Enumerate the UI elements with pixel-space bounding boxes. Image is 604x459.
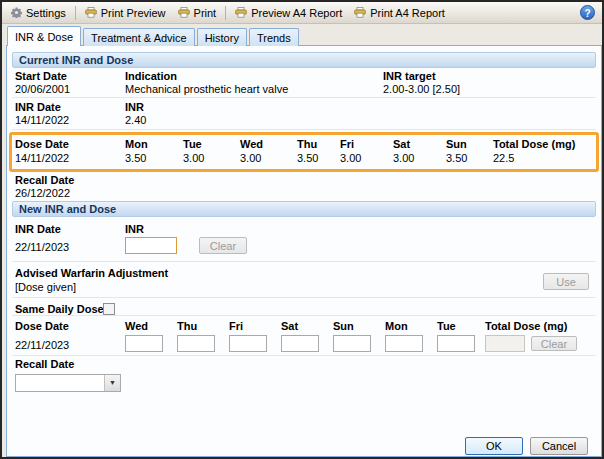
toolbar-separator: [225, 6, 226, 20]
new-dose-date-value: 22/11/2023: [15, 339, 69, 351]
new-section-header: New INR and Dose: [12, 201, 596, 217]
current-total-dose-value: 22.5: [493, 152, 514, 164]
new-day-label: Wed: [125, 320, 148, 332]
dose-given-value: [Dose given]: [15, 281, 76, 293]
current-day-label: Sat: [393, 138, 410, 150]
indication-value: Mechanical prosthetic heart valve: [125, 83, 288, 95]
new-inr-date-value: 22/11/2023: [15, 241, 69, 253]
help-button[interactable]: ?: [580, 5, 595, 20]
new-day-label: Sat: [281, 320, 298, 332]
current-dose-date-value: 14/11/2022: [15, 152, 69, 164]
separator: [12, 129, 596, 130]
print-a4-report-icon: [354, 7, 366, 18]
current-day-label: Mon: [125, 138, 148, 150]
new-inr-date-label: INR Date: [15, 223, 61, 235]
dose-input-sat[interactable]: [281, 335, 319, 352]
current-day-label: Sun: [446, 138, 467, 150]
cancel-button[interactable]: Cancel: [530, 437, 588, 455]
current-day-label: Wed: [240, 138, 263, 150]
separator: [12, 97, 596, 98]
new-inr-input[interactable]: [125, 237, 177, 254]
chevron-down-icon[interactable]: ▼: [104, 375, 120, 391]
recall-date-dropdown[interactable]: ▼: [15, 374, 121, 392]
current-dose-value: 3.00: [240, 152, 261, 164]
dose-input-mon[interactable]: [385, 335, 423, 352]
current-day-label: Tue: [183, 138, 202, 150]
toolbar-separator: [75, 6, 76, 20]
new-inr-label: INR: [125, 223, 144, 235]
new-day-label: Thu: [177, 320, 197, 332]
current-day-label: Fri: [340, 138, 354, 150]
dose-input-thu[interactable]: [177, 335, 215, 352]
print-preview-label: Print Preview: [101, 7, 166, 19]
separator: [12, 261, 596, 262]
current-day-label: Thu: [297, 138, 317, 150]
use-button[interactable]: Use: [543, 273, 589, 290]
tab-trends[interactable]: Trends: [249, 28, 299, 46]
current-dose-value: 3.50: [446, 152, 467, 164]
start-date-value: 20/06/2001: [15, 83, 70, 95]
clear-doses-button[interactable]: Clear: [531, 336, 577, 351]
current-dose-value: 3.00: [183, 152, 204, 164]
print-label: Print: [194, 7, 217, 19]
settings-button[interactable]: Settings: [6, 5, 71, 21]
current-dose-value: 3.00: [393, 152, 414, 164]
tab-treatment-advice[interactable]: Treatment & Advice: [83, 28, 195, 46]
print-a4-report-button[interactable]: Print A4 Report: [349, 5, 450, 21]
toolbar: Settings Print Preview Print Preview A4 …: [2, 2, 602, 24]
preview-a4-report-button[interactable]: Preview A4 Report: [230, 5, 347, 21]
new-dose-date-label: Dose Date: [15, 320, 69, 332]
print-icon: [178, 7, 190, 18]
ok-button[interactable]: OK: [465, 437, 523, 455]
current-section-header: Current INR and Dose: [12, 52, 596, 68]
same-daily-dose-label: Same Daily Dose: [15, 303, 104, 315]
dose-input-sun[interactable]: [333, 335, 371, 352]
print-preview-icon: [85, 7, 97, 18]
current-inr-date-label: INR Date: [15, 101, 61, 113]
new-recall-date-label: Recall Date: [15, 358, 74, 370]
settings-label: Settings: [26, 7, 66, 19]
current-inr-date-value: 14/11/2022: [15, 114, 69, 126]
current-dose-date-label: Dose Date: [15, 138, 69, 150]
indication-label: Indication: [125, 70, 177, 82]
new-day-label: Sun: [333, 320, 354, 332]
print-button[interactable]: Print: [173, 5, 222, 21]
settings-icon: [11, 7, 22, 18]
new-day-label: Mon: [385, 320, 408, 332]
current-total-dose-label: Total Dose (mg): [493, 138, 575, 150]
dose-input-fri[interactable]: [229, 335, 267, 352]
separator: [12, 355, 596, 356]
same-daily-dose-checkbox[interactable]: [103, 303, 115, 315]
current-dose-value: 3.50: [297, 152, 318, 164]
separator: [12, 297, 596, 298]
dose-input-tue[interactable]: [437, 335, 475, 352]
preview-a4-report-label: Preview A4 Report: [251, 7, 342, 19]
tab-inr-dose[interactable]: INR & Dose: [7, 26, 81, 46]
preview-a4-report-icon: [235, 7, 247, 18]
start-date-label: Start Date: [15, 70, 67, 82]
inr-target-label: INR target: [383, 70, 436, 82]
separator: [12, 315, 596, 316]
print-preview-button[interactable]: Print Preview: [80, 5, 171, 21]
current-inr-label: INR: [125, 101, 144, 113]
current-recall-date-value: 26/12/2022: [15, 187, 70, 199]
inr-dose-panel: Current INR and Dose Start Date Indicati…: [6, 45, 602, 457]
current-dose-value: 3.00: [340, 152, 361, 164]
current-inr-value: 2.40: [125, 114, 146, 126]
new-total-dose-label: Total Dose (mg): [485, 320, 567, 332]
dialog-window: Settings Print Preview Print Preview A4 …: [0, 0, 604, 459]
clear-inr-button[interactable]: Clear: [199, 237, 247, 254]
dose-input-wed[interactable]: [125, 335, 163, 352]
current-recall-date-label: Recall Date: [15, 174, 74, 186]
new-day-label: Tue: [437, 320, 456, 332]
tab-bar: INR & Dose Treatment & Advice History Tr…: [7, 26, 299, 46]
print-a4-report-label: Print A4 Report: [370, 7, 445, 19]
current-dose-value: 3.50: [125, 152, 146, 164]
inr-target-value: 2.00-3.00 [2.50]: [383, 83, 460, 95]
new-day-label: Fri: [229, 320, 243, 332]
advised-adjustment-label: Advised Warfarin Adjustment: [15, 267, 168, 279]
tab-history[interactable]: History: [197, 28, 247, 46]
new-total-dose-field: [485, 335, 525, 352]
